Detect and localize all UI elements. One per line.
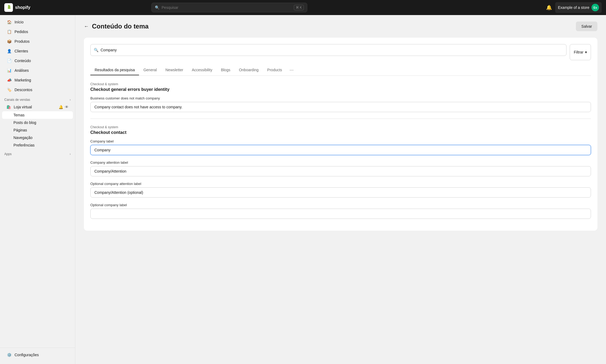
discounts-icon: 🏷️ bbox=[6, 87, 12, 92]
main-content: ← Conteúdo do tema Salvar 🔍 Filtrar ▾ Re… bbox=[75, 15, 606, 364]
sidebar-item-conteudo[interactable]: 📄 Conteúdo bbox=[2, 56, 73, 66]
sidebar-item-label: Análises bbox=[15, 68, 29, 73]
content-icon: 📄 bbox=[6, 58, 12, 63]
sidebar-item-label: Produtos bbox=[15, 39, 30, 44]
sidebar-item-preferencias[interactable]: Preferências bbox=[2, 141, 73, 149]
configuracoes-label: Configurações bbox=[15, 353, 39, 357]
apps-chevron-icon: › bbox=[70, 152, 71, 156]
sales-channels-section: Canais de vendas › bbox=[0, 95, 75, 103]
topbar: shopify 🔍 ⌘ K 🔔 Example of a store Es bbox=[0, 0, 606, 15]
section-2-title: Checkout contact bbox=[90, 130, 591, 135]
avatar: Es bbox=[591, 4, 599, 11]
sidebar-item-marketing[interactable]: 📣 Marketing bbox=[2, 75, 73, 85]
content-search-input[interactable] bbox=[101, 48, 563, 52]
search-icon: 🔍 bbox=[155, 5, 159, 10]
field-input-company-label[interactable] bbox=[90, 145, 591, 155]
customers-icon: 👤 bbox=[6, 48, 12, 54]
virtual-store-label: Loja virtual bbox=[14, 105, 32, 109]
field-label-optional-company-attention: Optional company attention label bbox=[90, 182, 591, 186]
sidebar-item-produtos[interactable]: 📦 Produtos bbox=[2, 37, 73, 46]
sidebar-item-label: Clientes bbox=[15, 49, 28, 53]
field-input-optional-company-attention[interactable] bbox=[90, 187, 591, 198]
sidebar-item-navegacao[interactable]: Navegação bbox=[2, 134, 73, 141]
settings-icon: ⚙️ bbox=[6, 352, 12, 358]
orders-icon: 📋 bbox=[6, 29, 12, 34]
field-label-business-customer: Business customer does not match company bbox=[90, 96, 591, 100]
filter-chevron-icon: ▾ bbox=[585, 50, 587, 54]
home-icon: 🏠 bbox=[6, 19, 12, 25]
field-label-company-label: Company label bbox=[90, 139, 591, 143]
marketing-icon: 📣 bbox=[6, 77, 12, 83]
sidebar-item-loja-virtual[interactable]: 🛍️ Loja virtual 🔔 👁 bbox=[2, 103, 73, 111]
tab-blogs[interactable]: Blogs bbox=[217, 65, 235, 75]
search-filter-row: 🔍 Filtrar ▾ bbox=[90, 44, 591, 60]
logo[interactable]: shopify bbox=[4, 3, 30, 12]
notifications-button[interactable]: 🔔 bbox=[546, 5, 552, 10]
search-input[interactable] bbox=[162, 5, 292, 10]
apps-section: Apps › bbox=[0, 149, 75, 157]
divider-1 bbox=[90, 119, 591, 119]
sidebar-item-label: Descontos bbox=[15, 88, 32, 92]
content-search-icon: 🔍 bbox=[94, 48, 98, 52]
field-group-company-label: Company label bbox=[90, 139, 591, 155]
sidebar-item-pedidos[interactable]: 📋 Pedidos bbox=[2, 27, 73, 37]
content-panel: 🔍 Filtrar ▾ Resultados da pesquisa Gener… bbox=[84, 38, 597, 231]
field-label-optional-company-label: Optional company label bbox=[90, 203, 591, 207]
filter-button[interactable]: Filtrar ▾ bbox=[570, 44, 591, 60]
section-checkout-errors: Checkout & system Checkout general error… bbox=[90, 82, 591, 112]
tabs: Resultados da pesquisa General Newslette… bbox=[90, 65, 591, 76]
field-input-optional-company-label[interactable] bbox=[90, 209, 591, 219]
store-button[interactable]: Example of a store Es bbox=[555, 2, 602, 13]
section-1-title: Checkout general errors buyer identity bbox=[90, 87, 591, 92]
field-group-optional-company-label: Optional company label bbox=[90, 203, 591, 219]
field-group-optional-company-attention: Optional company attention label bbox=[90, 182, 591, 198]
field-group-business-customer: Business customer does not match company bbox=[90, 96, 591, 112]
field-label-company-attention: Company attention label bbox=[90, 160, 591, 165]
field-group-company-attention: Company attention label bbox=[90, 160, 591, 176]
logo-text: shopify bbox=[15, 5, 30, 10]
section-1-label: Checkout & system bbox=[90, 82, 591, 86]
sidebar-item-clientes[interactable]: 👤 Clientes bbox=[2, 46, 73, 56]
tab-accessibility[interactable]: Accessibility bbox=[187, 65, 216, 75]
content-search-bar[interactable]: 🔍 bbox=[90, 44, 566, 56]
sidebar-item-analises[interactable]: 📊 Análises bbox=[2, 66, 73, 75]
chevron-icon: › bbox=[70, 98, 71, 102]
sidebar-item-configuracoes[interactable]: ⚙️ Configurações bbox=[2, 350, 73, 360]
sidebar-item-label: Conteúdo bbox=[15, 59, 31, 63]
page-title: Conteúdo do tema bbox=[92, 23, 573, 30]
bell-small-icon[interactable]: 🔔 bbox=[59, 105, 63, 109]
tab-general[interactable]: General bbox=[139, 65, 161, 75]
section-checkout-contact: Checkout & system Checkout contact Compa… bbox=[90, 125, 591, 219]
sidebar-item-descontos[interactable]: 🏷️ Descontos bbox=[2, 85, 73, 95]
shopify-bag-icon bbox=[4, 3, 13, 12]
tab-onboarding[interactable]: Onboarding bbox=[235, 65, 263, 75]
store-name: Example of a store bbox=[558, 5, 589, 10]
search-shortcut: ⌘ K bbox=[294, 5, 304, 10]
products-icon: 📦 bbox=[6, 39, 12, 44]
sidebar-item-label: Pedidos bbox=[15, 30, 28, 34]
search-bar[interactable]: 🔍 ⌘ K bbox=[151, 3, 307, 12]
sidebar-bottom: ⚙️ Configurações bbox=[0, 348, 75, 362]
eye-icon[interactable]: 👁 bbox=[65, 105, 69, 109]
save-button[interactable]: Salvar bbox=[576, 22, 597, 31]
sidebar: 🏠 Início 📋 Pedidos 📦 Produtos 👤 Clientes… bbox=[0, 15, 75, 364]
analytics-icon: 📊 bbox=[6, 68, 12, 73]
tab-results[interactable]: Resultados da pesquisa bbox=[90, 65, 139, 75]
field-input-company-attention[interactable] bbox=[90, 166, 591, 176]
sidebar-item-temas[interactable]: Temas bbox=[2, 111, 73, 119]
sidebar-item-posts[interactable]: Posts do blog bbox=[2, 119, 73, 126]
sidebar-item-label: Marketing bbox=[15, 78, 31, 82]
sidebar-item-paginas[interactable]: Páginas bbox=[2, 126, 73, 134]
field-input-business-customer[interactable] bbox=[90, 102, 591, 112]
virtual-store-icon: 🛍️ bbox=[6, 105, 11, 109]
sidebar-item-label: Início bbox=[15, 20, 23, 24]
sidebar-item-inicio[interactable]: 🏠 Início bbox=[2, 17, 73, 27]
section-2-label: Checkout & system bbox=[90, 125, 591, 129]
tab-newsletter[interactable]: Newsletter bbox=[161, 65, 187, 75]
tab-more-button[interactable]: ··· bbox=[286, 65, 297, 76]
back-button[interactable]: ← bbox=[84, 24, 89, 29]
tab-products[interactable]: Products bbox=[263, 65, 286, 75]
topbar-right: 🔔 Example of a store Es bbox=[546, 2, 602, 13]
virtual-store-actions: 🔔 👁 bbox=[59, 105, 69, 109]
page-header: ← Conteúdo do tema Salvar bbox=[84, 22, 597, 31]
